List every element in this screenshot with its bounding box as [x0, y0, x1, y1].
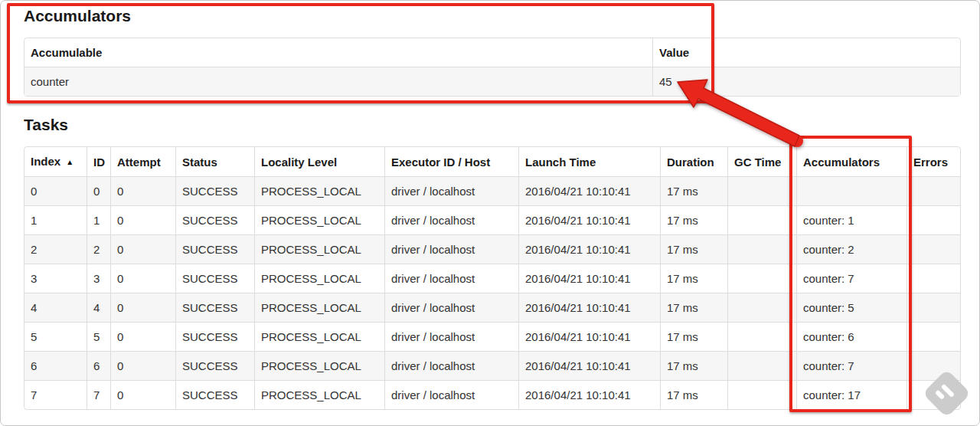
column-header-locality-level[interactable]: Locality Level — [254, 147, 384, 176]
column-header-label: Attempt — [117, 156, 161, 169]
cell-errors — [906, 322, 960, 351]
cell-status: SUCCESS — [175, 293, 254, 322]
cell-index: 0 — [24, 176, 87, 205]
cell-errors — [906, 380, 960, 409]
cell-attempt: 0 — [110, 322, 175, 351]
table-row: 770SUCCESSPROCESS_LOCALdriver / localhos… — [24, 380, 960, 409]
cell-duration: 17 ms — [660, 322, 727, 351]
cell-attempt: 0 — [110, 205, 175, 234]
cell-status: SUCCESS — [175, 176, 254, 205]
cell-attempt: 0 — [110, 264, 175, 293]
cell-index: 1 — [24, 205, 87, 234]
cell-accumulators: counter: 7 — [796, 351, 906, 380]
cell-status: SUCCESS — [175, 205, 254, 234]
column-header-label: Status — [182, 156, 217, 169]
cell-id: 5 — [87, 322, 110, 351]
cell-status: SUCCESS — [175, 351, 254, 380]
column-header-label: Index — [31, 155, 60, 168]
cell-locality-level: PROCESS_LOCAL — [254, 380, 384, 409]
cell-errors — [906, 234, 960, 264]
column-header-gc-time[interactable]: GC Time — [727, 147, 796, 176]
cell-value: 45 — [652, 67, 960, 96]
tasks-table-header-row: Index▲IDAttemptStatusLocality LevelExecu… — [24, 147, 960, 176]
cell-executor-id-host: driver / localhost — [384, 176, 518, 205]
cell-id: 3 — [87, 264, 110, 293]
cell-attempt: 0 — [110, 176, 175, 205]
cell-accumulable: counter — [24, 67, 652, 96]
column-header-label: ID — [93, 156, 105, 169]
column-header-label: Duration — [667, 156, 714, 169]
cell-accumulators: counter: 5 — [796, 293, 906, 322]
cell-id: 0 — [87, 176, 110, 205]
cell-id: 7 — [87, 380, 110, 409]
table-row: 330SUCCESSPROCESS_LOCALdriver / localhos… — [24, 264, 960, 293]
cell-gc-time — [727, 351, 796, 380]
cell-accumulators: counter: 2 — [796, 234, 906, 264]
cell-index: 4 — [24, 293, 87, 322]
column-header-launch-time[interactable]: Launch Time — [518, 147, 660, 176]
cell-id: 6 — [87, 351, 110, 380]
column-header-label: Launch Time — [525, 156, 596, 169]
column-header-executor-id-host[interactable]: Executor ID / Host — [384, 147, 518, 176]
cell-executor-id-host: driver / localhost — [384, 205, 518, 234]
cell-status: SUCCESS — [175, 264, 254, 293]
cell-attempt: 0 — [110, 234, 175, 264]
cell-launch-time: 2016/04/21 10:10:41 — [518, 351, 660, 380]
cell-status: SUCCESS — [175, 380, 254, 409]
cell-locality-level: PROCESS_LOCAL — [254, 264, 384, 293]
cell-gc-time — [727, 205, 796, 234]
column-header-label: Accumulators — [803, 156, 880, 169]
cell-duration: 17 ms — [660, 351, 727, 380]
cell-gc-time — [727, 293, 796, 322]
tasks-table: Index▲IDAttemptStatusLocality LevelExecu… — [24, 146, 961, 410]
table-row: 660SUCCESSPROCESS_LOCALdriver / localhos… — [24, 351, 960, 380]
column-header-status[interactable]: Status — [175, 147, 254, 176]
cell-locality-level: PROCESS_LOCAL — [254, 205, 384, 234]
column-header-id[interactable]: ID — [87, 147, 110, 176]
column-header-label: Locality Level — [261, 156, 337, 169]
cell-launch-time: 2016/04/21 10:10:41 — [518, 293, 660, 322]
column-header-errors[interactable]: Errors — [906, 147, 960, 176]
cell-executor-id-host: driver / localhost — [384, 322, 518, 351]
cell-accumulators: counter: 7 — [796, 264, 906, 293]
cell-launch-time: 2016/04/21 10:10:41 — [518, 205, 660, 234]
column-header-label: Errors — [913, 156, 948, 169]
column-header-attempt[interactable]: Attempt — [110, 147, 175, 176]
cell-attempt: 0 — [110, 380, 175, 409]
column-header-duration[interactable]: Duration — [660, 147, 727, 176]
cell-errors — [906, 264, 960, 293]
cell-duration: 17 ms — [660, 176, 727, 205]
column-header-index[interactable]: Index▲ — [24, 147, 87, 176]
cell-gc-time — [727, 264, 796, 293]
cell-gc-time — [727, 234, 796, 264]
cell-launch-time: 2016/04/21 10:10:41 — [518, 234, 660, 264]
accumulators-table-header-row: AccumulableValue — [24, 38, 960, 67]
tasks-section-heading: Tasks — [24, 116, 68, 134]
cell-launch-time: 2016/04/21 10:10:41 — [518, 380, 660, 409]
cell-index: 2 — [24, 234, 87, 264]
column-header-label: Executor ID / Host — [391, 156, 490, 169]
column-header-accumulators[interactable]: Accumulators — [796, 147, 906, 176]
cell-executor-id-host: driver / localhost — [384, 380, 518, 409]
sort-ascending-icon: ▲ — [66, 158, 74, 166]
cell-accumulators: counter: 1 — [796, 205, 906, 234]
cell-index: 5 — [24, 322, 87, 351]
cell-duration: 17 ms — [660, 205, 727, 234]
cell-errors — [906, 176, 960, 205]
cell-launch-time: 2016/04/21 10:10:41 — [518, 176, 660, 205]
cell-status: SUCCESS — [175, 234, 254, 264]
cell-attempt: 0 — [110, 351, 175, 380]
column-header-label: Value — [659, 46, 689, 59]
table-row: counter45 — [24, 67, 960, 96]
cell-id: 2 — [87, 234, 110, 264]
cell-launch-time: 2016/04/21 10:10:41 — [518, 322, 660, 351]
accumulators-table: AccumulableValue counter45 — [24, 38, 961, 97]
cell-executor-id-host: driver / localhost — [384, 293, 518, 322]
cell-errors — [906, 293, 960, 322]
cell-locality-level: PROCESS_LOCAL — [254, 322, 384, 351]
cell-executor-id-host: driver / localhost — [384, 234, 518, 264]
cell-accumulators: counter: 6 — [796, 322, 906, 351]
cell-index: 7 — [24, 380, 87, 409]
cell-duration: 17 ms — [660, 264, 727, 293]
cell-locality-level: PROCESS_LOCAL — [254, 176, 384, 205]
